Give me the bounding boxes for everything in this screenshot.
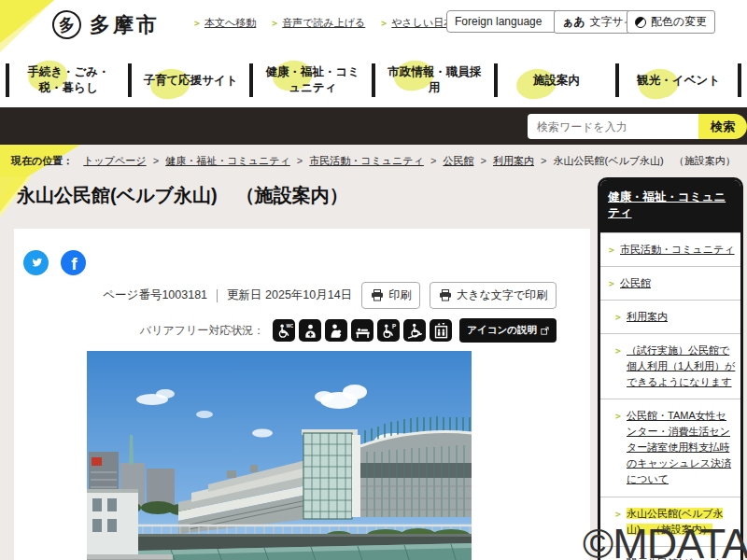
breadcrumb-separator: > xyxy=(480,155,486,166)
chevron-right-icon: ＞ xyxy=(607,243,616,258)
facility-photo xyxy=(87,351,472,560)
print-button[interactable]: 印刷 xyxy=(361,282,420,309)
main-content: f ページ番号1003181 更新日 2025年10月14日 印刷 大きな文字で… xyxy=(14,229,590,560)
barrier-free-label: バリアフリー対応状況： xyxy=(140,323,264,339)
divider xyxy=(217,289,218,302)
updated-date: 更新日 2025年10月14日 xyxy=(227,287,352,303)
font-size-icon: ぁあ xyxy=(562,14,585,30)
nursing-room-icon xyxy=(325,319,347,342)
main-nav: 手続き・ごみ・税・暮らし 子育て応援サイト 健康・福祉・コミュニティ 市政情報・… xyxy=(0,53,747,107)
nav-item-label: 施設案内 xyxy=(533,74,580,87)
language-select-value: Foreign language xyxy=(455,15,542,28)
nav-item-label: 子育て応援サイト xyxy=(143,74,237,87)
nav-item-tourism[interactable]: 観光・イベント xyxy=(619,73,738,89)
print-large-label: 大きな文字で印刷 xyxy=(457,287,547,303)
breadcrumb-link-home[interactable]: トップページ xyxy=(83,155,146,166)
svg-text:WC: WC xyxy=(286,324,293,329)
svg-text:f: f xyxy=(71,254,78,273)
page-title: 永山公民館(ベルブ永山) （施設案内） xyxy=(17,183,348,208)
accessible-parking-icon: P xyxy=(377,319,400,342)
breadcrumb-separator: > xyxy=(541,155,546,166)
facebook-share-button[interactable]: f xyxy=(61,250,86,275)
wheelchair-access-icon xyxy=(403,319,426,342)
sidebar-item-label: 公民館・TAMA女性センター・消費生活センター諸室使用料支払時のキャッシュレス決… xyxy=(627,408,736,487)
nav-item-childcare[interactable]: 子育て応援サイト xyxy=(132,73,250,89)
chevron-right-icon: ＞ xyxy=(270,17,279,30)
twitter-icon xyxy=(29,256,44,271)
read-aloud-link[interactable]: 音声で読み上げる xyxy=(282,16,365,30)
chevron-right-icon: ＞ xyxy=(379,17,388,30)
twitter-share-button[interactable] xyxy=(23,250,49,275)
chevron-right-icon: ＞ xyxy=(613,507,623,522)
chevron-right-icon: ＞ xyxy=(613,343,623,358)
chevron-right-icon: ＞ xyxy=(613,409,623,424)
search-button[interactable]: 検索 xyxy=(698,114,747,139)
language-select[interactable]: Foreign language ▼ xyxy=(446,10,570,33)
site-header: 多 多摩市 ＞本文へ移動 ＞音声で読み上げる ＞やさしい日本語 ＞ふりがな Fo… xyxy=(0,0,747,53)
search-input[interactable] xyxy=(528,114,698,139)
sidebar-item-trial-individual-use[interactable]: ＞ （試行実施）公民館で個人利用（1人利用）ができるようになります xyxy=(600,333,740,399)
nav-item-procedures[interactable]: 手続き・ごみ・税・暮らし xyxy=(9,64,128,96)
accessible-toilet-icon: WC xyxy=(273,319,295,342)
print-large-button[interactable]: 大きな文字で印刷 xyxy=(430,282,557,309)
sidebar-item-civic-community[interactable]: ＞ 市民活動・コミュニティ xyxy=(600,232,740,266)
sidebar-item-cashless-payment[interactable]: ＞ 公民館・TAMA女性センター・消費生活センター諸室使用料支払時のキャッシュレ… xyxy=(600,399,740,496)
breadcrumb-current: 永山公民館(ベルブ永山) （施設案内） xyxy=(554,155,736,166)
tama-city-logo-icon: 多 xyxy=(49,7,84,42)
external-link-icon xyxy=(541,327,549,335)
elevator-icon xyxy=(430,319,452,342)
color-scheme-label: 配色の変更 xyxy=(651,14,707,30)
social-share-row: f xyxy=(23,250,86,275)
sidebar-item-label: 利用案内 xyxy=(627,309,668,325)
reception-icon xyxy=(299,319,321,342)
breadcrumb-link-kominkan[interactable]: 公民館 xyxy=(443,155,473,166)
sidebar-menu: 健康・福祉・コミュニティ ＞ 市民活動・コミュニティ ＞ 公民館 ＞ 利用案内 … xyxy=(598,177,743,560)
breadcrumb-separator: > xyxy=(430,155,436,166)
search-group: 検索 xyxy=(528,114,747,139)
breadcrumb-label: 現在の位置： xyxy=(11,155,73,166)
nav-item-label: 観光・イベント xyxy=(637,74,720,87)
breadcrumb-link-civic[interactable]: 市民活動・コミュニティ xyxy=(309,155,424,166)
icon-help-button[interactable]: アイコンの説明 xyxy=(459,318,557,343)
icon-help-label: アイコンの説明 xyxy=(467,324,537,337)
breadcrumb-link-health[interactable]: 健康・福祉・コミュニティ xyxy=(165,155,290,166)
breadcrumb-separator: > xyxy=(153,155,159,166)
nav-divider xyxy=(738,63,741,97)
chevron-right-icon: ＞ xyxy=(613,310,623,325)
search-bar: 検索 xyxy=(0,107,747,145)
page-info-row: ページ番号1003181 更新日 2025年10月14日 印刷 大きな文字で印刷 xyxy=(103,282,557,309)
color-scheme-button[interactable]: 配色の変更 xyxy=(627,10,715,34)
breadcrumb-separator: > xyxy=(297,155,303,166)
site-title: 多摩市 xyxy=(90,11,160,39)
sidebar-item-label: 市民活動・コミュニティ xyxy=(620,242,735,258)
breadcrumb: 現在の位置： トップページ > 健康・福祉・コミュニティ > 市民活動・コミュニ… xyxy=(0,145,747,176)
facebook-icon: f xyxy=(61,250,86,275)
page-number: ページ番号1003181 xyxy=(103,287,207,303)
skip-to-content-link[interactable]: 本文へ移動 xyxy=(204,16,256,30)
sidebar-title[interactable]: 健康・福祉・コミュニティ xyxy=(600,180,740,232)
sidebar-item-usage-guide[interactable]: ＞ 利用案内 xyxy=(600,300,740,333)
nav-item-health-welfare[interactable]: 健康・福祉・コミュニティ xyxy=(253,64,372,96)
chevron-right-icon: ＞ xyxy=(192,17,202,30)
breadcrumb-link-guide[interactable]: 利用案内 xyxy=(493,155,534,166)
printer-icon xyxy=(439,289,452,301)
print-label: 印刷 xyxy=(388,287,411,303)
chevron-right-icon: ＞ xyxy=(607,276,616,291)
sidebar-item-label: （試行実施）公民館で個人利用（1人利用）ができるようになります xyxy=(627,343,736,390)
sidebar-item-label: 公民館 xyxy=(620,275,651,291)
nav-item-city-info[interactable]: 市政情報・職員採用 xyxy=(375,64,494,96)
palette-icon xyxy=(635,17,646,28)
printer-icon xyxy=(371,289,384,301)
diaper-changing-icon xyxy=(351,319,374,342)
site-logo[interactable]: 多 多摩市 xyxy=(52,10,160,39)
mdata-watermark: ©MDATA xyxy=(583,520,747,560)
svg-text:P: P xyxy=(392,323,396,329)
nav-item-facilities[interactable]: 施設案内 xyxy=(498,73,616,89)
sidebar-item-kominkan[interactable]: ＞ 公民館 xyxy=(600,266,740,300)
barrier-free-row: バリアフリー対応状況： WC P アイコンの説明 xyxy=(140,318,557,343)
